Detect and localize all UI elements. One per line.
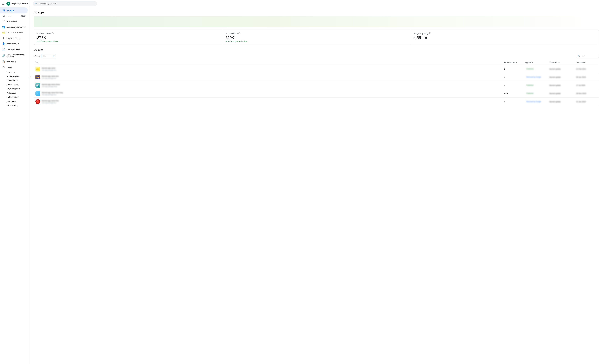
apps-tbody: 🌟blurred app namecom.app.package.one1Pub… — [34, 65, 599, 106]
app-package-app-4: com.app.package.four — [42, 94, 63, 95]
app-info-app-5: blurred app name fivecom.app.package.fiv… — [42, 100, 59, 104]
status-cell-app-3: Published — [524, 81, 548, 89]
app-cell-app-5: 🔴blurred app name fivecom.app.package.fi… — [34, 98, 502, 106]
app-package-app-1: com.app.package.one — [42, 69, 56, 71]
setup-item-linked-services[interactable]: Linked services — [0, 95, 29, 99]
setup-item-licence-testing[interactable]: Licence testing — [0, 83, 29, 87]
acquisition-info-icon[interactable]: ⓘ — [238, 32, 240, 35]
app-package-app-3: com.app.package.three — [42, 86, 60, 87]
update-cell-app-5: blurred update — [548, 98, 575, 106]
apps-count: 76 apps — [34, 48, 599, 52]
sidebar-item-account-details[interactable]: 👤Account details — [0, 41, 28, 47]
activity-log-label: Activity log — [7, 61, 26, 63]
table-row-app-3[interactable]: 🌊blurred app name threecom.app.package.t… — [34, 81, 599, 89]
rating-info-icon[interactable]: ⓘ — [429, 32, 430, 35]
stat-rating-label: Google Play rating ⓘ — [414, 32, 595, 35]
update-cell-app-4: blurred update — [548, 89, 575, 98]
update-cell-app-3: blurred update — [548, 81, 575, 89]
stat-acquisition-change: ▲ 33.1% vs. previous 30 days — [225, 40, 407, 42]
hamburger-menu-icon[interactable]: ☰ — [2, 2, 5, 5]
col-update-status: Update status — [548, 60, 575, 65]
update-cell-app-2: blurred update — [548, 73, 575, 81]
sidebar-item-activity-log[interactable]: 📋Activity log — [0, 59, 28, 65]
status-cell-app-1: Published — [524, 65, 548, 73]
app-name-app-5: blurred app name five — [42, 100, 59, 102]
filter-label: Filter by — [34, 55, 40, 57]
order-management-icon: 💳 — [2, 31, 5, 34]
app-cell-app-1: 🌟blurred app namecom.app.package.one — [34, 65, 502, 73]
app-cell-app-4: 💧blurred app name four longcom.app.packa… — [34, 89, 502, 98]
setup-item-email-lists[interactable]: Email lists — [0, 70, 29, 74]
developer-page-icon: 📄 — [2, 48, 5, 51]
nav-items-container: ⊞All apps🖥Inbox192🛡Policy status👥Users a… — [0, 8, 29, 65]
audience-cell-app-3: 1 — [502, 81, 524, 89]
status-cell-app-5: Removed by Google — [524, 98, 548, 106]
setup-item-game-projects[interactable]: Game projects — [0, 78, 29, 83]
play-console-logo-icon — [6, 2, 10, 6]
search-apps-bar[interactable]: 🔍 — [576, 54, 599, 58]
installed-info-icon[interactable]: ⓘ — [52, 32, 54, 35]
sidebar-item-inbox[interactable]: 🖥Inbox192 — [0, 13, 28, 19]
search-icon: 🔍 — [35, 2, 37, 5]
search-apps-input[interactable] — [581, 55, 597, 57]
sidebar-header: ☰ Google Play Console — [0, 0, 29, 8]
sidebar-item-policy-status[interactable]: 🛡Policy status — [0, 19, 28, 24]
search-apps-icon: 🔍 — [578, 55, 580, 57]
sidebar-item-all-apps[interactable]: ⊞All apps — [0, 8, 28, 13]
main-content: 🔍 All apps Installed audience ⓘ 278K ▲ 1… — [29, 0, 603, 364]
col-app: App — [34, 60, 502, 65]
sidebar-item-developer-page[interactable]: 📄Developer page — [0, 47, 28, 52]
sidebar-item-order-management[interactable]: 💳Order management — [0, 30, 28, 35]
stats-row: Installed audience ⓘ 278K ▲ 15.1% vs. pr… — [34, 30, 599, 45]
table-row-app-5[interactable]: 🔴blurred app name fivecom.app.package.fi… — [34, 98, 599, 106]
table-row-app-4[interactable]: 💧blurred app name four longcom.app.packa… — [34, 89, 599, 98]
inbox-badge: 192 — [21, 15, 26, 17]
filter-row: Filter by All Published Draft Inactive ▾… — [34, 54, 599, 58]
page-title: All apps — [34, 11, 599, 14]
status-cell-app-2: Removed by Google — [524, 73, 548, 81]
all-apps-label: All apps — [7, 9, 26, 11]
sidebar-item-download-reports[interactable]: ⬇Download reports — [0, 35, 28, 41]
setup-section-header[interactable]: ⚙ Setup — [0, 65, 28, 70]
filter-left: Filter by All Published Draft Inactive ▾ — [34, 54, 56, 58]
sidebar-item-users-permissions[interactable]: 👥Users and permissions — [0, 24, 28, 30]
setup-item-api-access[interactable]: API access — [0, 91, 29, 95]
download-reports-label: Download reports — [7, 37, 26, 39]
setup-label: Setup — [7, 66, 26, 68]
associated-accounts-label: Associated developer accounts — [7, 54, 26, 57]
app-icon-app-1: 🌟 — [35, 66, 40, 71]
col-status: App status — [524, 60, 548, 65]
setup-item-pricing-templates[interactable]: Pricing templates — [0, 74, 29, 78]
order-management-label: Order management — [7, 32, 26, 33]
brand-logo: Google Play Console — [6, 2, 28, 6]
stats-chart — [34, 16, 599, 27]
stat-rating-value: 4.551 ★ — [414, 35, 595, 40]
app-info-app-4: blurred app name four longcom.app.packag… — [42, 91, 63, 95]
date-cell-app-1: 21 Feb 2021 — [575, 65, 599, 73]
filter-select-container[interactable]: All Published Draft Inactive ▾ — [42, 54, 56, 58]
filter-dropdown[interactable]: All Published Draft Inactive — [43, 55, 52, 57]
sidebar-item-associated-accounts[interactable]: 🔗Associated developer accounts — [0, 52, 28, 59]
table-row-app-2[interactable]: →🧙blurred app name twocom.app.package.tw… — [34, 73, 599, 81]
app-info-app-3: blurred app name threecom.app.package.th… — [42, 83, 60, 87]
stat-installed-value: 278K — [37, 35, 219, 40]
update-cell-app-1: blurred update — [548, 65, 575, 73]
filter-chevron-icon: ▾ — [53, 55, 54, 57]
app-name-app-2: blurred app name two — [42, 75, 59, 77]
app-icon-app-2: 🧙 — [35, 75, 40, 79]
associated-accounts-icon: 🔗 — [2, 54, 5, 57]
search-bar[interactable]: 🔍 — [33, 1, 97, 6]
setup-item-payments-profile[interactable]: Payments profile — [0, 87, 29, 91]
app-info-app-1: blurred app namecom.app.package.one — [42, 67, 56, 71]
app-name-app-4: blurred app name four long — [42, 91, 63, 94]
stat-installed-label: Installed audience ⓘ — [37, 32, 219, 35]
search-input[interactable] — [39, 3, 95, 5]
developer-page-label: Developer page — [7, 48, 26, 50]
table-row-app-1[interactable]: 🌟blurred app namecom.app.package.one1Pub… — [34, 65, 599, 73]
app-name-app-3: blurred app name three — [42, 83, 60, 85]
brand-text: Google Play Console — [11, 3, 28, 5]
users-permissions-label: Users and permissions — [7, 26, 26, 28]
setup-item-benchmarking[interactable]: Benchmarking — [0, 103, 29, 108]
setup-item-notifications[interactable]: Notifications — [0, 99, 29, 103]
setup-sub-items: Email listsPricing templatesGame project… — [0, 70, 29, 108]
